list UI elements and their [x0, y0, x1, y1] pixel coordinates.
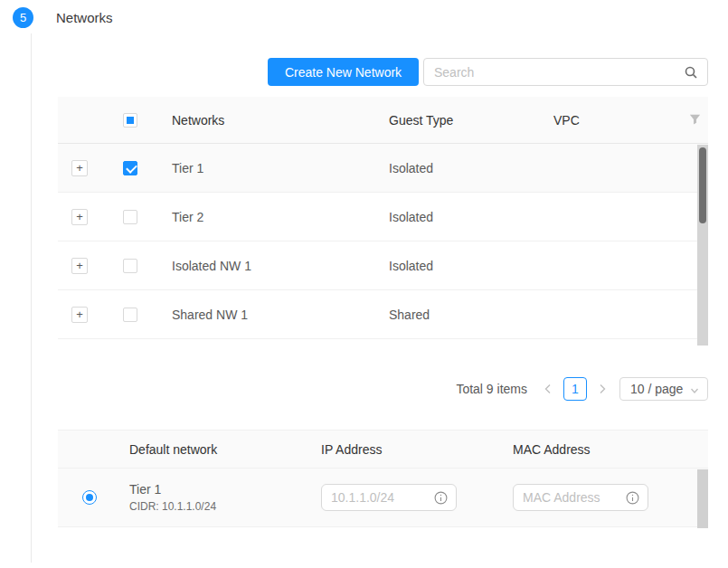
default-network-radio[interactable] — [82, 490, 97, 505]
table-scrollbar-track[interactable] — [697, 469, 708, 528]
search-input[interactable] — [434, 60, 678, 84]
next-page-button[interactable] — [594, 377, 610, 401]
ip-address-column-header: IP Address — [321, 442, 513, 457]
pagination-total: Total 9 items — [456, 382, 527, 396]
page-size-value: 10 / page — [630, 382, 683, 396]
table-row[interactable]: + Tier 2 Isolated — [58, 193, 708, 241]
row-checkbox[interactable] — [123, 161, 137, 175]
chevron-right-icon — [598, 383, 607, 394]
default-network-table-header: Default network IP Address MAC Address — [58, 430, 708, 469]
page-size-select[interactable]: 10 / page — [619, 377, 708, 401]
default-network-column-header: Default network — [129, 442, 321, 457]
ip-address-field[interactable] — [321, 484, 457, 511]
step-number-badge: 5 — [13, 7, 33, 28]
chevron-down-icon — [690, 386, 699, 395]
default-network-name: Tier 1 — [129, 482, 321, 497]
ip-address-input[interactable] — [331, 486, 429, 509]
info-icon[interactable] — [626, 491, 639, 505]
guest-type-value: Isolated — [389, 210, 553, 224]
expand-row-button[interactable]: + — [71, 209, 88, 225]
guest-type-column-header: Guest Type — [389, 113, 553, 128]
info-icon[interactable] — [434, 491, 448, 505]
network-name: Isolated NW 1 — [159, 259, 389, 273]
step-title: Networks — [56, 10, 113, 25]
table-scrollbar-track[interactable] — [697, 145, 708, 346]
network-name: Shared NW 1 — [159, 308, 389, 322]
filter-icon[interactable] — [689, 114, 701, 126]
default-network-table: Default network IP Address MAC Address T… — [58, 430, 708, 527]
guest-type-value: Isolated — [389, 161, 553, 175]
vpc-column-header: VPC — [553, 113, 682, 128]
expand-row-button[interactable]: + — [71, 258, 88, 274]
mac-address-field[interactable] — [513, 484, 648, 511]
select-all-cell — [109, 113, 159, 128]
search-icon — [684, 65, 698, 80]
search-box[interactable] — [423, 58, 708, 86]
create-new-network-button[interactable]: Create New Network — [268, 58, 419, 86]
expand-row-button[interactable]: + — [71, 307, 88, 323]
network-name: Tier 1 — [159, 161, 389, 175]
table-row[interactable]: + Shared NW 1 Shared — [58, 290, 708, 339]
row-checkbox[interactable] — [123, 210, 137, 224]
network-name: Tier 2 — [159, 210, 389, 224]
pagination: Total 9 items 1 10 / page — [456, 377, 708, 401]
default-network-cidr: CIDR: 10.1.1.0/24 — [129, 500, 321, 513]
row-checkbox[interactable] — [123, 259, 137, 273]
networks-step-page: 5 Networks Create New Network Networks G… — [0, 0, 728, 568]
default-network-row[interactable]: Tier 1 CIDR: 10.1.1.0/24 — [58, 469, 708, 527]
mac-address-input[interactable] — [523, 486, 620, 509]
table-scrollbar-thumb[interactable] — [699, 147, 706, 223]
table-row[interactable]: + Isolated NW 1 Isolated — [58, 241, 708, 290]
table-row[interactable]: + Tier 1 Isolated — [58, 144, 708, 193]
select-all-checkbox[interactable] — [123, 113, 137, 128]
filter-cell — [682, 114, 708, 126]
page-number-button[interactable]: 1 — [563, 377, 587, 401]
guest-type-value: Shared — [389, 308, 553, 322]
guest-type-value: Isolated — [389, 259, 553, 273]
row-checkbox[interactable] — [123, 308, 137, 322]
mac-address-column-header: MAC Address — [513, 442, 708, 457]
previous-page-button[interactable] — [540, 377, 556, 401]
step-connector-line — [31, 33, 32, 563]
networks-table-header: Networks Guest Type VPC — [58, 97, 708, 144]
expand-row-button[interactable]: + — [71, 160, 88, 176]
networks-table: Networks Guest Type VPC + Tier 1 Isolate… — [58, 97, 708, 339]
step-number: 5 — [20, 11, 26, 24]
toolbar: Create New Network — [58, 58, 708, 86]
chevron-left-icon — [544, 383, 553, 394]
step-content: Create New Network Networks Guest Type V… — [58, 58, 708, 568]
networks-column-header: Networks — [159, 113, 389, 128]
